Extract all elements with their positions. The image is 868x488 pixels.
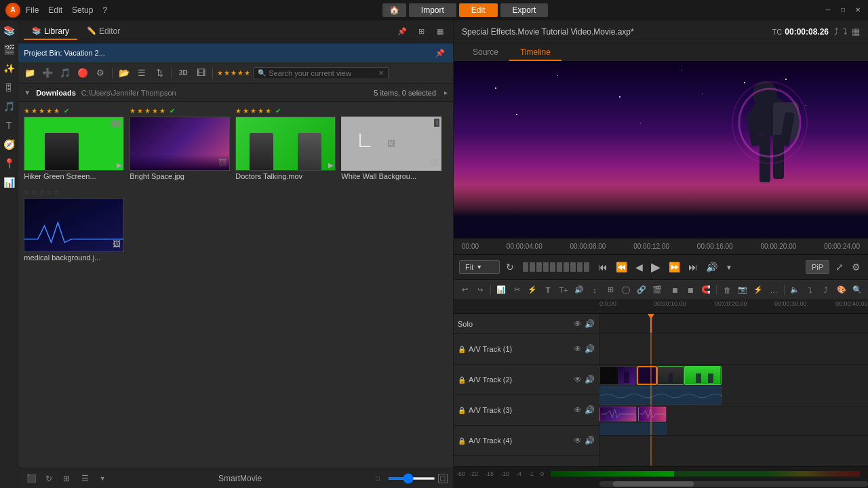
sidebar-fx-icon[interactable]: 🎛 bbox=[1, 80, 16, 95]
solo-audio-icon[interactable]: 🔊 bbox=[585, 319, 595, 329]
pip-button[interactable]: PiP bbox=[806, 260, 829, 274]
step-forward-icon[interactable]: ⏩ bbox=[667, 260, 682, 274]
step-back-icon[interactable]: ⏪ bbox=[614, 260, 629, 274]
volume-icon[interactable]: 🔊 bbox=[704, 260, 719, 274]
dock-icon[interactable]: ⊞ bbox=[414, 24, 429, 39]
film-icon[interactable]: 🎞 bbox=[193, 66, 208, 81]
clip[interactable] bbox=[599, 366, 637, 385]
search-input[interactable] bbox=[269, 69, 376, 77]
chart-icon[interactable]: 📊 bbox=[494, 283, 508, 297]
more-icon[interactable]: … bbox=[767, 283, 781, 297]
text-icon[interactable]: T bbox=[541, 283, 555, 297]
grid-view-icon[interactable]: ⊞ bbox=[59, 471, 74, 486]
import-icon[interactable]: ⤵ bbox=[843, 26, 848, 37]
filter-stars[interactable]: ★ ★ ★ ★ ★ bbox=[217, 69, 250, 77]
import-button[interactable]: Import bbox=[409, 3, 456, 17]
skip-to-start-icon[interactable]: ⏮ bbox=[596, 260, 610, 274]
redo-icon[interactable]: ↪ bbox=[473, 283, 487, 297]
track-2-audio-icon[interactable]: 🔊 bbox=[585, 375, 595, 384]
delete-icon[interactable]: 🗑 bbox=[720, 283, 734, 297]
snap-icon[interactable]: 🧲 bbox=[699, 283, 713, 297]
clip-selected[interactable] bbox=[637, 366, 657, 385]
track-1-audio-icon[interactable]: 🔊 bbox=[585, 344, 595, 354]
search-box[interactable]: 🔍 ✕ bbox=[253, 67, 389, 79]
lightning-icon[interactable]: ⚡ bbox=[526, 283, 539, 297]
text-plus-icon[interactable]: T+ bbox=[557, 283, 570, 297]
loop-icon[interactable]: ↻ bbox=[504, 260, 516, 274]
timeline-scrollbar[interactable] bbox=[454, 480, 868, 488]
list-item[interactable]: ☆ ☆ ☆ ☆ ☆ 🖼 bbox=[24, 188, 124, 262]
audio-clip[interactable] bbox=[599, 423, 667, 435]
track-4-eye-icon[interactable]: 👁 bbox=[574, 436, 582, 445]
menu-help[interactable]: ? bbox=[102, 5, 107, 15]
project-pin-icon[interactable]: 📌 bbox=[433, 45, 448, 60]
expand-v-icon[interactable]: ↕ bbox=[588, 283, 601, 297]
sidebar-text-icon[interactable]: T bbox=[1, 118, 16, 133]
audio-clip[interactable] bbox=[599, 386, 722, 405]
rotate-icon[interactable]: ↻ bbox=[41, 471, 56, 486]
sidebar-nav-icon[interactable]: 🧭 bbox=[1, 137, 16, 152]
music-icon[interactable]: 🎵 bbox=[58, 66, 73, 81]
link-icon[interactable]: 🔗 bbox=[635, 283, 648, 297]
zoom-out-icon[interactable]: □ bbox=[370, 471, 385, 486]
layout-icon[interactable]: ▦ bbox=[852, 26, 860, 37]
audio-out-icon[interactable]: 🔈 bbox=[788, 283, 802, 297]
3d-icon[interactable]: 3D bbox=[176, 66, 191, 81]
sidebar-effects-icon[interactable]: ✨ bbox=[1, 61, 16, 76]
export-icon[interactable]: ⤴ bbox=[834, 26, 839, 37]
menu-edit[interactable]: Edit bbox=[48, 5, 62, 15]
track-1-lock-icon[interactable]: 🔒 bbox=[458, 346, 466, 353]
scroll-track[interactable] bbox=[599, 481, 868, 487]
edit-button[interactable]: Edit bbox=[459, 3, 498, 17]
track-1-eye-icon[interactable]: 👁 bbox=[574, 344, 582, 354]
close-button[interactable]: ✕ bbox=[853, 5, 863, 15]
clip[interactable] bbox=[638, 407, 667, 422]
list-view-icon[interactable]: ☰ bbox=[77, 471, 92, 486]
track-4-lock-icon[interactable]: 🔒 bbox=[458, 437, 466, 445]
track-4-audio-icon[interactable]: 🔊 bbox=[585, 436, 595, 445]
minimize-button[interactable]: ─ bbox=[823, 5, 833, 15]
track-3-lock-icon[interactable]: 🔒 bbox=[458, 407, 466, 414]
settings-icon[interactable]: ⚙ bbox=[850, 260, 863, 274]
scroll-right-icon[interactable]: ▸ bbox=[444, 89, 448, 96]
fullscreen-icon[interactable]: ⤢ bbox=[833, 260, 846, 274]
menu-file[interactable]: File bbox=[26, 5, 39, 15]
clip[interactable] bbox=[684, 366, 722, 385]
add-clip-icon[interactable]: ⬛ bbox=[24, 471, 39, 486]
list-item[interactable]: ★★★★★ ✔ ▶ Hiker Green Screen... bbox=[24, 107, 124, 180]
sort-icon[interactable]: ⇅ bbox=[152, 66, 167, 81]
sidebar-chart-icon[interactable]: 📊 bbox=[1, 175, 16, 190]
overlay-icon[interactable]: ⤴ bbox=[819, 283, 833, 297]
list-icon[interactable]: ☰ bbox=[134, 66, 149, 81]
insert-icon[interactable]: ⤵ bbox=[804, 283, 817, 297]
zoom-tl-icon[interactable]: 🔍 bbox=[850, 283, 864, 297]
sidebar-media-icon[interactable]: 🎬 bbox=[1, 42, 16, 57]
sidebar-marker-icon[interactable]: 📍 bbox=[1, 156, 16, 171]
play-button[interactable]: ▶ bbox=[649, 258, 663, 277]
scroll-thumb[interactable] bbox=[613, 481, 694, 487]
mark-in-icon[interactable]: ⏹ bbox=[668, 283, 682, 297]
undo-icon[interactable]: ↩ bbox=[458, 283, 471, 297]
list-item[interactable]: ☆☆ 🖼 i 🖼 White Wall Backgrou... bbox=[341, 107, 441, 180]
grid-icon[interactable]: ⊞ bbox=[604, 283, 617, 297]
layout-icon[interactable]: ▦ bbox=[433, 24, 448, 39]
solo-eye-icon[interactable]: 👁 bbox=[574, 319, 582, 329]
export-button[interactable]: Export bbox=[500, 3, 549, 17]
volume-down-icon[interactable]: ▼ bbox=[724, 262, 734, 273]
browse-icon[interactable]: 📂 bbox=[117, 66, 132, 81]
expand-icon[interactable]: □ bbox=[438, 474, 448, 483]
down-arrow-icon[interactable]: ▼ bbox=[95, 471, 110, 486]
tab-library[interactable]: 📚 Library bbox=[24, 24, 77, 40]
mark-out-icon[interactable]: ⏹ bbox=[684, 283, 697, 297]
tab-editor[interactable]: ✏️ Editor bbox=[79, 24, 128, 40]
search-clear-icon[interactable]: ✕ bbox=[378, 69, 384, 77]
scissors-icon[interactable]: ✂ bbox=[510, 283, 524, 297]
list-item[interactable]: ★★★★★ ✔ ▶ Doctors Talking.mov bbox=[235, 107, 336, 180]
record-icon[interactable]: 🔴 bbox=[75, 66, 90, 81]
tab-timeline[interactable]: Timeline bbox=[509, 45, 561, 61]
track-3-eye-icon[interactable]: 👁 bbox=[574, 405, 582, 415]
skip-to-end-icon[interactable]: ⏭ bbox=[686, 260, 700, 274]
audio-icon[interactable]: 🔊 bbox=[572, 283, 586, 297]
play-back-icon[interactable]: ◀ bbox=[633, 260, 645, 274]
color-icon[interactable]: 🎨 bbox=[835, 283, 848, 297]
